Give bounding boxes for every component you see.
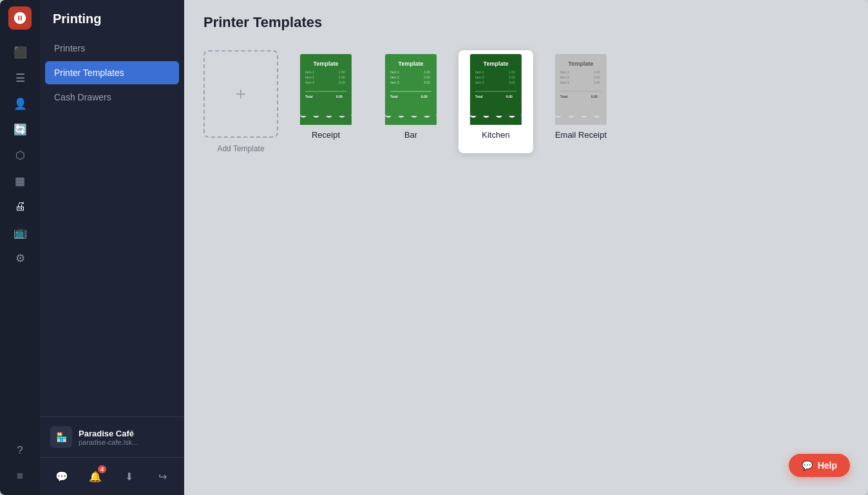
svg-text:Item 2: Item 2 [305,75,314,79]
sidebar: Printing Printers Printer Templates Cash… [40,0,184,495]
help-label: Help [818,460,837,471]
template-label-bar: Bar [404,130,417,140]
sidebar-item-cash-drawers[interactable]: Cash Drawers [45,86,179,109]
main-body: + Add Template Template Item 11.00 Item … [184,41,868,495]
svg-text:Item 2: Item 2 [475,75,484,79]
add-template-card[interactable]: + [203,50,278,138]
template-label-kitchen: Kitchen [482,130,509,140]
rail-dashboard-icon[interactable]: ⬛ [8,40,32,64]
help-button[interactable]: 💬 Help [789,454,850,477]
svg-text:Item 2: Item 2 [390,75,399,79]
template-card-email-receipt[interactable]: Template Item 11.00 Item 22.00 Item 33.0… [543,50,618,153]
rail-devices-icon[interactable]: 📺 [8,220,32,245]
svg-text:2.00: 2.00 [509,75,515,79]
svg-text:6.00: 6.00 [421,95,428,98]
add-plus-icon: + [236,85,246,103]
svg-text:3.00: 3.00 [424,80,430,84]
svg-text:Item 1: Item 1 [475,70,484,74]
receipt-thumb-kitchen: Template Item 11.00 Item 22.00 Item 33.0… [467,54,524,125]
svg-text:Item 3: Item 3 [390,80,399,84]
receipt-thumb-bar: Template Item 11.00 Item 22.00 Item 33.0… [382,54,439,125]
svg-text:Template: Template [569,61,594,67]
sidebar-item-printers[interactable]: Printers [45,37,179,60]
svg-text:2.00: 2.00 [594,75,600,79]
bottom-bar: 💬 🔔 4 ⬇ ↪ [40,457,184,495]
svg-text:1.00: 1.00 [339,70,345,74]
svg-text:2.00: 2.00 [424,75,430,79]
chat-icon[interactable]: 💬 [50,464,74,489]
svg-text:Item 2: Item 2 [560,75,569,79]
notification-badge: 4 [98,465,106,473]
app-logo[interactable] [8,6,32,30]
template-label-receipt: Receipt [312,130,340,140]
template-label-email-receipt: Email Receipt [555,130,607,140]
receipt-thumb-receipt: Template Item 11.00 Item 22.00 Item 33.0… [297,54,354,125]
rail-reports-icon[interactable]: 🔄 [8,117,32,142]
add-template-label: Add Template [217,144,264,153]
svg-text:Item 1: Item 1 [305,70,314,74]
svg-text:Total: Total [390,95,398,98]
svg-text:Template: Template [399,61,424,67]
main-header: Printer Templates [184,0,868,41]
svg-text:1.00: 1.00 [594,70,600,74]
template-card-kitchen[interactable]: Template Item 11.00 Item 22.00 Item 33.0… [458,50,533,153]
rail-extra-icon[interactable]: ≡ [8,464,32,489]
svg-text:Total: Total [305,95,313,98]
help-chat-icon: 💬 [802,460,813,471]
svg-text:Item 3: Item 3 [475,80,484,84]
template-card-receipt[interactable]: Template Item 11.00 Item 22.00 Item 33.0… [288,50,363,153]
page-title: Printer Templates [203,14,849,31]
svg-text:Template: Template [314,61,339,67]
svg-text:6.00: 6.00 [591,95,598,98]
sidebar-nav: Printers Printer Templates Cash Drawers [40,37,184,109]
icon-rail: ⬛ ☰ 👤 🔄 ⬡ ▦ 🖨 📺 ⚙ ? ≡ [0,0,40,495]
venue-icon: 🏪 [50,426,72,448]
svg-text:Total: Total [560,95,568,98]
rail-customers-icon[interactable]: 👤 [8,91,32,116]
rail-layers-icon[interactable]: ⬡ [8,143,32,167]
download-icon[interactable]: ⬇ [117,464,141,489]
svg-text:Item 1: Item 1 [390,70,399,74]
rail-orders-icon[interactable]: ☰ [8,66,32,90]
template-card-bar[interactable]: Template Item 11.00 Item 22.00 Item 33.0… [373,50,448,153]
svg-text:2.00: 2.00 [339,75,345,79]
svg-text:Item 3: Item 3 [560,80,569,84]
logout-icon[interactable]: ↪ [150,464,175,489]
svg-text:3.00: 3.00 [339,80,345,84]
sidebar-title: Printing [40,0,184,37]
svg-text:Item 3: Item 3 [305,80,314,84]
svg-text:Item 1: Item 1 [560,70,569,74]
venue-sub: paradise-cafe.lsk... [79,438,138,446]
rail-help-icon[interactable]: ? [8,438,32,463]
template-grid: + Add Template Template Item 11.00 Item … [203,48,849,156]
rail-printing-icon[interactable]: 🖨 [8,194,32,219]
svg-text:6.00: 6.00 [336,95,343,98]
rail-settings-icon[interactable]: ⚙ [8,246,32,270]
svg-text:Total: Total [475,95,483,98]
svg-text:Template: Template [484,61,509,67]
svg-text:1.00: 1.00 [424,70,430,74]
svg-text:3.00: 3.00 [594,80,600,84]
sidebar-footer: 🏪 Paradise Café paradise-cafe.lsk... [40,416,184,457]
notification-icon[interactable]: 🔔 4 [83,464,108,489]
svg-text:6.00: 6.00 [506,95,513,98]
receipt-thumb-email-receipt: Template Item 11.00 Item 22.00 Item 33.0… [552,54,609,125]
svg-text:1.00: 1.00 [509,70,515,74]
rail-inventory-icon[interactable]: ▦ [8,169,32,193]
venue-name: Paradise Café [79,429,138,438]
main-content: Printer Templates + Add Template Templa [184,0,868,495]
sidebar-item-printer-templates[interactable]: Printer Templates [45,61,179,84]
svg-text:3.00: 3.00 [509,80,515,84]
